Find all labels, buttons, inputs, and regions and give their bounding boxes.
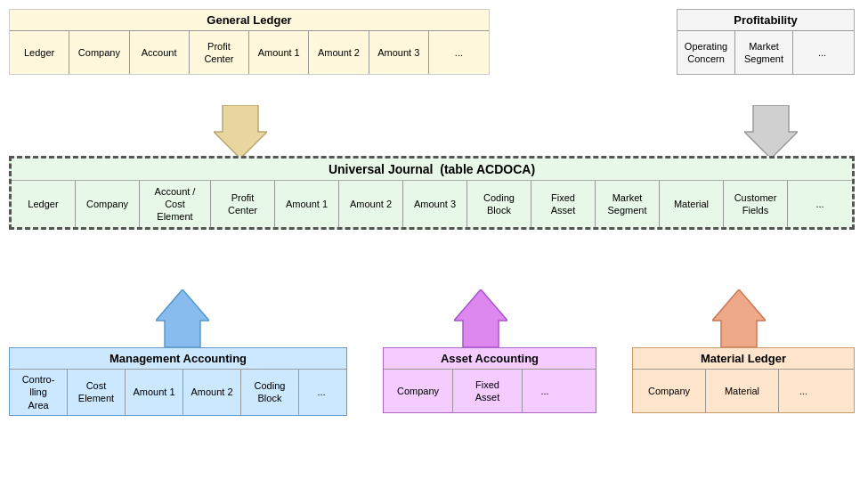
- profitability-cells: OperatingConcern MarketSegment ...: [677, 31, 854, 74]
- general-ledger-cells: Ledger Company Account ProfitCenter Amou…: [10, 31, 489, 74]
- ma-col-cost-element: CostElement: [68, 370, 126, 415]
- management-accounting-title: Management Accounting: [10, 348, 346, 370]
- asset-accounting-title: Asset Accounting: [384, 348, 596, 370]
- uj-col-material: Material: [660, 181, 724, 227]
- ma-col-amount2: Amount 2: [183, 370, 241, 415]
- uj-col-coding-block: CodingBlock: [467, 181, 531, 227]
- ma-col-coding-block: CodingBlock: [241, 370, 299, 415]
- arrow-ml-to-uj: [712, 289, 766, 347]
- gl-col-amount1: Amount 1: [249, 31, 309, 74]
- universal-journal-box: Universal Journal (table ACDOCA) Ledger …: [9, 156, 855, 230]
- diagram-container: General Ledger Ledger Company Account Pr…: [0, 0, 868, 480]
- ma-col-amount1: Amount 1: [126, 370, 183, 415]
- aa-col-ellipsis: ...: [523, 370, 567, 412]
- uj-col-profit-center: ProfitCenter: [211, 181, 275, 227]
- svg-marker-0: [214, 105, 267, 159]
- gl-col-ellipsis: ...: [429, 31, 489, 74]
- universal-journal-cells: Ledger Company Account /CostElement Prof…: [12, 181, 852, 227]
- ml-col-company: Company: [633, 370, 706, 412]
- uj-col-amount3: Amount 3: [403, 181, 467, 227]
- gl-col-amount3: Amount 3: [369, 31, 429, 74]
- material-ledger-title: Material Ledger: [633, 348, 854, 370]
- prof-col-market-segment: MarketSegment: [735, 31, 793, 74]
- prof-col-operating-concern: OperatingConcern: [677, 31, 735, 74]
- svg-marker-2: [156, 289, 209, 347]
- uj-col-account-cost: Account /CostElement: [140, 181, 211, 227]
- general-ledger-box: General Ledger Ledger Company Account Pr…: [9, 9, 490, 75]
- ma-col-controlling-area: Contro-llingArea: [10, 370, 68, 415]
- gl-col-ledger: Ledger: [10, 31, 69, 74]
- management-accounting-box: Management Accounting Contro-llingArea C…: [9, 347, 347, 416]
- gl-col-account: Account: [130, 31, 190, 74]
- general-ledger-title: General Ledger: [10, 10, 489, 31]
- svg-marker-1: [744, 105, 798, 159]
- gl-col-amount2: Amount 2: [309, 31, 369, 74]
- material-ledger-cells: Company Material ...: [633, 370, 854, 412]
- arrow-prof-to-uj: [744, 105, 798, 159]
- ml-col-ellipsis: ...: [779, 370, 828, 412]
- uj-col-market-segment: MarketSegment: [596, 181, 660, 227]
- arrow-ma-to-uj: [156, 289, 209, 347]
- uj-col-customer-fields: CustomerFields: [724, 181, 788, 227]
- asset-accounting-box: Asset Accounting Company FixedAsset ...: [383, 347, 596, 413]
- uj-col-ledger: Ledger: [12, 181, 76, 227]
- management-accounting-cells: Contro-llingArea CostElement Amount 1 Am…: [10, 370, 346, 415]
- universal-journal-title: Universal Journal (table ACDOCA): [12, 159, 852, 181]
- gl-col-profit-center: ProfitCenter: [190, 31, 249, 74]
- uj-col-amount2: Amount 2: [339, 181, 403, 227]
- profitability-title: Profitability: [677, 10, 854, 31]
- material-ledger-box: Material Ledger Company Material ...: [632, 347, 855, 413]
- uj-subtitle: (table ACDOCA): [440, 162, 535, 176]
- gl-col-company: Company: [69, 31, 129, 74]
- uj-col-company: Company: [76, 181, 140, 227]
- asset-accounting-cells: Company FixedAsset ...: [384, 370, 596, 412]
- uj-col-amount1: Amount 1: [275, 181, 339, 227]
- svg-marker-3: [454, 289, 507, 347]
- arrow-aa-to-uj: [454, 289, 507, 347]
- uj-col-ellipsis: ...: [788, 181, 852, 227]
- aa-col-fixed-asset: FixedAsset: [453, 370, 523, 412]
- prof-col-ellipsis: ...: [793, 31, 851, 74]
- profitability-box: Profitability OperatingConcern MarketSeg…: [677, 9, 855, 75]
- ma-col-ellipsis: ...: [299, 370, 344, 415]
- ml-col-material: Material: [706, 370, 779, 412]
- aa-col-company: Company: [384, 370, 453, 412]
- arrow-gl-to-uj: [214, 105, 267, 159]
- svg-marker-4: [712, 289, 766, 347]
- uj-col-fixed-asset: FixedAsset: [531, 181, 596, 227]
